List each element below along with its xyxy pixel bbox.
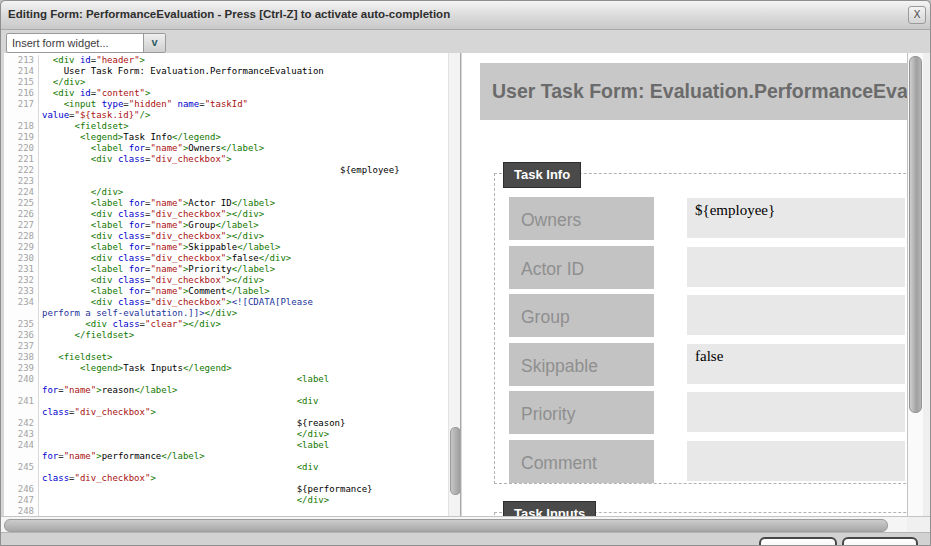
code-line: 215 </div>	[4, 77, 448, 88]
line-number: 232	[4, 275, 39, 286]
line-number: 223	[4, 176, 39, 187]
line-number: 222	[4, 165, 39, 176]
code-line-text: <legend>Task Inputs</legend>	[39, 363, 232, 374]
code-line-text: <div id="header">	[39, 55, 145, 66]
line-number: 224	[4, 187, 39, 198]
code-line-text: <label for="name">Group</label>	[39, 220, 259, 231]
code-line-text: <div	[39, 462, 318, 473]
preview-field-label: Comment	[509, 440, 654, 483]
form-preview-pane: User Task Form: Evaluation.PerformanceEv…	[462, 53, 907, 516]
chevron-down-icon: v	[143, 34, 165, 52]
code-line: 229 <label for="name">Skippable</label>	[4, 242, 448, 253]
horizontal-scrollbar[interactable]	[1, 516, 907, 533]
line-number: 245	[4, 462, 39, 473]
code-line-text: class="div_checkbox">	[39, 473, 156, 484]
line-number: 231	[4, 264, 39, 275]
line-number: 227	[4, 220, 39, 231]
code-line: for="name">performance</label>	[4, 451, 448, 462]
code-line-text: class="div_checkbox">	[39, 407, 156, 418]
code-line-text: for="name">performance</label>	[39, 451, 205, 462]
code-line: class="div_checkbox">	[4, 473, 448, 484]
code-line: 234 <div class="div_checkbox"><![CDATA[P…	[4, 297, 448, 308]
preview-form-header: User Task Form: Evaluation.PerformanceEv…	[480, 63, 907, 120]
code-line: 222 ${employee}	[4, 165, 448, 176]
preview-vscrollbar-thumb[interactable]	[909, 56, 922, 413]
code-line: 247 </div>	[4, 495, 448, 506]
preview-field-label: Group	[509, 294, 654, 337]
line-number	[4, 110, 39, 121]
code-line-text: <div class="div_checkbox">false</div>	[39, 253, 291, 264]
horizontal-scrollbar-thumb[interactable]	[4, 519, 888, 532]
code-editor-vscrollbar[interactable]	[448, 53, 460, 516]
line-number: 248	[4, 506, 39, 516]
code-line: 248	[4, 506, 448, 516]
line-number: 216	[4, 88, 39, 99]
preview-field-label: Skippable	[509, 343, 654, 386]
line-number: 228	[4, 231, 39, 242]
line-number	[4, 451, 39, 462]
code-line-text: <div class="div_checkbox"></div>	[39, 209, 264, 220]
line-number: 239	[4, 363, 39, 374]
line-number: 238	[4, 352, 39, 363]
preview-field-value	[687, 295, 905, 335]
footer-button-left[interactable]	[759, 537, 837, 546]
code-line: 235 <div class="clear"></div>	[4, 319, 448, 330]
preview-vscrollbar[interactable]	[907, 53, 924, 516]
code-editor[interactable]: 213 <div id="header">214 User Task Form:…	[4, 53, 448, 516]
preview-form-title: User Task Form: Evaluation.PerformanceEv…	[480, 63, 907, 120]
code-line-text: <label	[39, 440, 329, 451]
insert-widget-dropdown[interactable]: Insert form widget... v	[6, 33, 166, 53]
preview-field-label: Actor ID	[509, 246, 654, 289]
line-number: 215	[4, 77, 39, 88]
line-number: 247	[4, 495, 39, 506]
scrollbar-corner	[907, 516, 931, 533]
code-line: 221 <div class="div_checkbox">	[4, 154, 448, 165]
code-line: 218 <fieldset>	[4, 121, 448, 132]
line-number: 226	[4, 209, 39, 220]
dialog-titlebar: Editing Form: PerformanceEvaluation - Pr…	[1, 1, 930, 30]
code-line-text: ${performance}	[39, 484, 373, 495]
code-line: value="${task.id}"/>	[4, 110, 448, 121]
code-line: 238 <fieldset>	[4, 352, 448, 363]
code-line-text: </div>	[39, 429, 329, 440]
code-line: 241 <div	[4, 396, 448, 407]
code-line: 239 <legend>Task Inputs</legend>	[4, 363, 448, 374]
preview-field-value: ${employee}	[687, 198, 905, 238]
close-icon[interactable]: X	[908, 6, 926, 24]
code-line-text: ${reason}	[39, 418, 345, 429]
code-line-text: <div class="div_checkbox">	[39, 154, 232, 165]
code-line-text: <input type="hidden" name="taskId"	[39, 99, 248, 110]
code-line: for="name">reason</label>	[4, 385, 448, 396]
dialog-title: Editing Form: PerformanceEvaluation - Pr…	[8, 8, 450, 20]
line-number: 237	[4, 341, 39, 352]
footer-button-right[interactable]	[842, 537, 918, 546]
code-line: 232 <div class="div_checkbox"></div>	[4, 275, 448, 286]
code-line-text	[39, 176, 42, 187]
code-line: 226 <div class="div_checkbox"></div>	[4, 209, 448, 220]
code-line-text: for="name">reason</label>	[39, 385, 178, 396]
code-line: 243 </div>	[4, 429, 448, 440]
code-line-text: <fieldset>	[39, 121, 129, 132]
code-line-text: <legend>Task Info</legend>	[39, 132, 221, 143]
task-info-legend: Task Info	[503, 162, 581, 188]
code-line: 237	[4, 341, 448, 352]
code-line: perform a self-evalutation.]]></div>	[4, 308, 448, 319]
code-line-text: value="${task.id}"/>	[39, 110, 150, 121]
form-editor-dialog: Editing Form: PerformanceEvaluation - Pr…	[0, 0, 931, 546]
line-number	[4, 308, 39, 319]
task-inputs-legend: Task Inputs	[503, 501, 596, 516]
code-line-text: </div>	[39, 77, 85, 88]
line-number: 230	[4, 253, 39, 264]
code-line-text: <div class="div_checkbox"><![CDATA[Pleas…	[39, 297, 313, 308]
toolbar: Insert form widget... v	[1, 30, 930, 53]
code-line-text: <div class="div_checkbox"></div>	[39, 275, 264, 286]
code-line: 225 <label for="name">Actor ID</label>	[4, 198, 448, 209]
line-number	[4, 473, 39, 484]
preview-field-value	[687, 247, 905, 287]
line-number: 217	[4, 99, 39, 110]
code-line-text: <fieldset>	[39, 352, 112, 363]
code-line-text: </fieldset>	[39, 330, 134, 341]
line-number: 246	[4, 484, 39, 495]
preview-field-value	[687, 392, 905, 432]
code-lines: 213 <div id="header">214 User Task Form:…	[4, 55, 448, 516]
